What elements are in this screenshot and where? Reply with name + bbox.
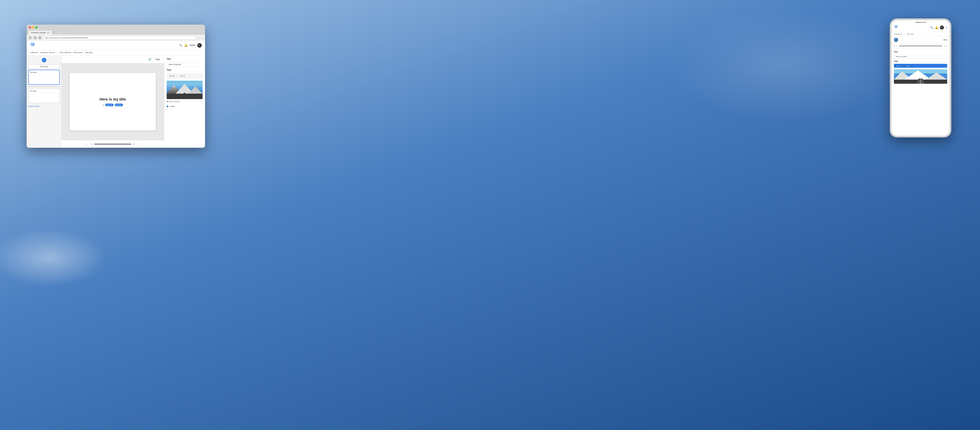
- tags-section-label: Tags: [167, 69, 202, 71]
- visible-label: Visible: [170, 105, 175, 107]
- edit-thumbnail-btn[interactable]: 🖼 Edit Thumbnail: [167, 100, 202, 104]
- phone-tag-2-text: tag two: [905, 65, 910, 67]
- phone-tag-1-text: tag one: [896, 65, 901, 67]
- tags-container: tag one × tag two ×: [167, 73, 202, 78]
- phone-search-icon[interactable]: 🔍: [930, 26, 933, 29]
- phone-thumbnail: [894, 69, 947, 84]
- app-logo: [30, 42, 36, 49]
- breadcrumb-edit-collection[interactable]: Edit Collection: [60, 51, 72, 54]
- svg-rect-8: [167, 94, 202, 99]
- add-slide-button[interactable]: +: [42, 58, 46, 62]
- svg-point-10: [895, 26, 896, 27]
- phone-bell-icon[interactable]: 🔔: [935, 26, 938, 29]
- header-right: 🔍 🔔 Name N: [179, 43, 202, 48]
- new-tab-btn[interactable]: +: [52, 30, 56, 35]
- browser-window: Enwoven Journey × + ‹ › ↻ https://www.en…: [27, 25, 205, 148]
- browser-tab-active[interactable]: Enwoven Journey ×: [29, 30, 52, 35]
- link-icon-btn[interactable]: 🔗: [147, 57, 152, 62]
- dot-maximize[interactable]: [35, 26, 38, 29]
- breadcrumb-edit-series[interactable]: Edit Series: [74, 51, 83, 54]
- dot-close[interactable]: [29, 26, 31, 29]
- title-input[interactable]: [167, 62, 202, 67]
- url-text: https://www.enwoven.com/collections/6584…: [45, 37, 88, 39]
- phone-page-total: 2: [944, 45, 945, 47]
- breadcrumb-enwoven-journey[interactable]: Enwoven Journey: [40, 51, 55, 54]
- phone-logo: [894, 25, 899, 30]
- next-page-btn[interactable]: ›: [136, 142, 140, 146]
- canvas-pagination: ‹ 1 2 ›: [62, 140, 164, 148]
- slide-canvas: Here is my title # tag one tag two: [70, 73, 156, 131]
- phone-tag-2-remove[interactable]: ×: [910, 65, 911, 67]
- bookmark-icon[interactable]: ☆: [197, 36, 200, 39]
- slide-1-label: Title slide: [30, 72, 58, 73]
- heart-icon: ♡: [56, 51, 57, 54]
- phone-title-label: Title: [894, 51, 947, 53]
- phone-breadcrumb-title-slide: Title slide: [907, 33, 914, 35]
- phone-avatar: N: [940, 25, 944, 30]
- phone-progress-bar: [899, 46, 942, 46]
- phone-breadcrumb-collections[interactable]: Collections: [894, 33, 902, 35]
- browser-tabs: Enwoven Journey × +: [29, 30, 203, 35]
- phone-content: Title Tags tag one × tag two ×: [891, 49, 950, 136]
- toolbar-icons: ☆ ⋯: [197, 36, 204, 39]
- edit-thumbnail-label: Edit Thumbnail: [169, 101, 180, 103]
- back-btn[interactable]: ‹: [28, 36, 32, 40]
- left-sidebar: + Rearrange Title slide 1 End slide 2 De…: [27, 56, 62, 148]
- main-layout: + Rearrange Title slide 1 End slide 2 De…: [27, 56, 205, 148]
- phone-header-icons: 🔍 🔔 N ↻: [930, 25, 947, 30]
- rearrange-button[interactable]: Rearrange: [28, 64, 60, 68]
- phone-tags-label: Tags: [894, 60, 947, 62]
- slide-scrollbar: [28, 86, 60, 87]
- phone-view-btn[interactable]: View: [943, 39, 947, 41]
- delete-series-link[interactable]: Delete Series: [28, 104, 60, 108]
- user-avatar: N: [197, 43, 202, 48]
- bell-icon[interactable]: 🔔: [184, 44, 188, 47]
- phone-title-input[interactable]: [894, 54, 947, 59]
- title-section-label: Title: [167, 58, 202, 60]
- phone-header: 🔍 🔔 N ↻: [891, 24, 950, 32]
- breadcrumb: Collection › Enwoven Journey ♡ › Edit Co…: [27, 50, 205, 56]
- tag-1-remove[interactable]: ×: [175, 75, 177, 77]
- right-panel: Title Tags tag one × tag two ×: [164, 56, 205, 148]
- refresh-btn[interactable]: ↻: [38, 36, 42, 40]
- phone-tag-1-remove[interactable]: ×: [902, 65, 902, 67]
- reader-icon[interactable]: ⋯: [200, 36, 204, 39]
- phone-prev-btn[interactable]: ‹: [894, 45, 895, 48]
- canvas-area: 🔗 View Here is my title # tag one tag tw…: [62, 56, 164, 148]
- tab-close-btn[interactable]: ×: [47, 32, 49, 33]
- view-button[interactable]: View: [154, 57, 162, 61]
- slide-2-thumbnail: [30, 92, 58, 102]
- browser-dots: [29, 26, 203, 29]
- canvas-main: Here is my title # tag one tag two: [62, 64, 164, 140]
- forward-btn[interactable]: ›: [33, 36, 37, 40]
- prev-page-btn[interactable]: ‹: [85, 142, 89, 146]
- tag-chip-2: tag two ×: [178, 74, 188, 77]
- tag-2-text: tag two: [180, 75, 185, 77]
- page-total: 2: [133, 143, 134, 145]
- phone-pagination: ‹ 1 2 ›: [891, 43, 950, 49]
- phone-add-btn[interactable]: +: [894, 38, 898, 42]
- phone-status-bar: enwoven.com: [891, 20, 950, 24]
- phone-next-btn[interactable]: ›: [947, 45, 947, 48]
- phone-tag-1: tag one ×: [895, 65, 904, 67]
- search-icon[interactable]: 🔍: [179, 44, 182, 47]
- breadcrumb-collection[interactable]: Collection: [30, 51, 38, 54]
- browser-toolbar: ‹ › ↻ https://www.enwoven.com/collection…: [27, 35, 205, 41]
- phone-refresh-icon[interactable]: ↻: [945, 27, 947, 29]
- dot-minimize[interactable]: [32, 26, 34, 29]
- page-current: 1: [91, 143, 92, 145]
- address-bar[interactable]: https://www.enwoven.com/collections/6584…: [43, 36, 196, 40]
- breadcrumb-title-slide[interactable]: Title slide: [85, 51, 93, 54]
- tag-2-remove[interactable]: ×: [186, 75, 187, 77]
- slide-tag-1: tag one: [105, 104, 114, 106]
- add-btn-row: +: [28, 57, 60, 63]
- slide-item-2[interactable]: End slide 2: [28, 89, 60, 103]
- breadcrumb-sep-4: ›: [83, 51, 84, 54]
- tag-chip-1: tag one ×: [168, 74, 178, 77]
- page-progress-bar: [94, 144, 131, 145]
- tab-title: Enwoven Journey: [31, 32, 46, 33]
- slide-item-1[interactable]: Title slide 1: [28, 70, 60, 85]
- breadcrumb-sep-2: ›: [58, 51, 59, 54]
- phone-page-current: 1: [896, 45, 897, 47]
- thumbnail-image: [167, 81, 202, 99]
